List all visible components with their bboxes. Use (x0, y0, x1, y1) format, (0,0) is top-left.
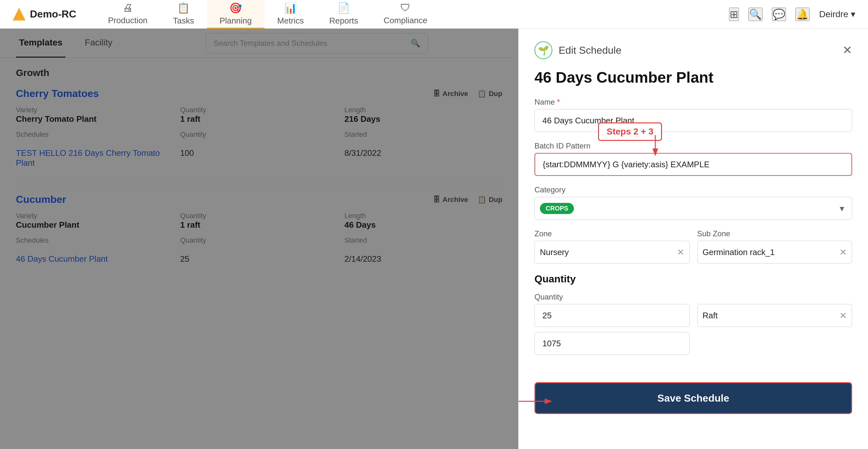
quantity-2-input[interactable] (534, 332, 690, 355)
nav-items: 🖨 Production 📋 Tasks 🎯 Planning 📊 Metric… (95, 0, 729, 29)
panel-plant-icon: 🌱 (534, 41, 552, 59)
zone-value: Nursery (540, 247, 569, 257)
unit-clear-button[interactable]: ✕ (839, 310, 847, 321)
name-label: Name * (534, 98, 852, 107)
sub-zone-value: Germination rack_1 (703, 247, 775, 257)
bell-icon[interactable]: 🔔 (796, 8, 809, 21)
zone-clear-button[interactable]: ✕ (677, 247, 684, 258)
nav-label-reports: Reports (330, 16, 358, 26)
nav-item-planning[interactable]: 🎯 Planning (207, 0, 265, 29)
overlay-dim (0, 29, 518, 449)
panel-title: Edit Schedule (559, 44, 621, 56)
batch-id-input[interactable] (534, 153, 852, 176)
category-label: Category (534, 185, 852, 194)
nav-label-compliance: Compliance (384, 16, 427, 25)
unit-value: Raft (703, 311, 718, 321)
compliance-icon: 🛡 (400, 2, 410, 14)
quantity-row: Raft ✕ (534, 304, 852, 327)
app-name: Demo-RC (30, 8, 76, 20)
category-badge: CROPS (540, 203, 574, 214)
zone-field: Zone Nursery ✕ (534, 229, 690, 264)
name-input[interactable] (534, 109, 852, 132)
main-area: Templates Facility Search Templates and … (0, 29, 868, 449)
batch-id-label: Batch ID Pattern (534, 142, 852, 150)
search-icon[interactable]: 🔍 (748, 8, 763, 21)
user-name: Deirdre (819, 9, 848, 20)
steps-2-3-annotation: Steps 2 + 3 (598, 122, 662, 141)
sub-zone-label: Sub Zone (697, 229, 852, 238)
nav-right: ⊞ 🔍 💬 🔔 Deirdre ▾ (729, 8, 855, 21)
zone-input[interactable]: Nursery ✕ (534, 241, 690, 264)
nav-label-planning: Planning (220, 16, 252, 26)
quantity-row-2 (534, 332, 852, 355)
production-icon: 🖨 (123, 2, 133, 14)
chevron-down-icon: ▾ (840, 203, 844, 214)
grid-icon[interactable]: ⊞ (729, 8, 739, 21)
close-panel-button[interactable]: ✕ (843, 43, 852, 57)
sub-zone-field: Sub Zone Germination rack_1 ✕ (697, 229, 852, 264)
quantity-section-title: Quantity (534, 273, 852, 285)
sub-zone-input[interactable]: Germination rack_1 ✕ (697, 241, 852, 264)
category-select[interactable]: CROPS ▾ (534, 197, 852, 220)
nav-label-tasks: Tasks (173, 16, 194, 26)
name-form-group: Name * (534, 98, 852, 132)
user-menu[interactable]: Deirdre ▾ (819, 9, 855, 20)
nav-item-tasks[interactable]: 📋 Tasks (160, 0, 207, 29)
nav-item-compliance[interactable]: 🛡 Compliance (371, 0, 440, 29)
logo[interactable]: Demo-RC (13, 8, 76, 21)
planning-icon: 🎯 (229, 2, 242, 14)
save-schedule-button[interactable]: Save Schedule (534, 382, 852, 414)
metrics-icon: 📊 (284, 2, 297, 14)
nav-item-metrics[interactable]: 📊 Metrics (265, 0, 317, 29)
tasks-icon: 📋 (177, 2, 190, 14)
quantity-section: Quantity Quantity Raft ✕ (534, 273, 852, 360)
quantity-label: Quantity (534, 293, 852, 301)
nav-label-production: Production (108, 16, 148, 25)
chat-icon[interactable]: 💬 (772, 8, 786, 21)
logo-triangle-icon (13, 8, 25, 21)
panel-header: 🌱 Edit Schedule ✕ (534, 41, 852, 59)
reports-icon: 📄 (337, 2, 350, 14)
zone-label: Zone (534, 229, 690, 238)
quantity-input[interactable] (534, 304, 690, 327)
unit-input[interactable]: Raft ✕ (697, 304, 852, 327)
top-navigation: Demo-RC 🖨 Production 📋 Tasks 🎯 Planning … (0, 0, 868, 29)
right-panel: 🌱 Edit Schedule ✕ 46 Days Cucumber Plant… (518, 29, 868, 449)
sub-zone-clear-button[interactable]: ✕ (839, 247, 847, 258)
batch-id-form-group: Batch ID Pattern Steps 2 + 3 (534, 142, 852, 176)
user-menu-chevron: ▾ (851, 9, 855, 20)
panel-header-left: 🌱 Edit Schedule (534, 41, 621, 59)
zone-row: Zone Nursery ✕ Sub Zone Germination rack… (534, 229, 852, 264)
category-form-group: Category CROPS ▾ (534, 185, 852, 220)
nav-label-metrics: Metrics (277, 16, 304, 26)
left-panel: Templates Facility Search Templates and … (0, 29, 518, 449)
nav-item-reports[interactable]: 📄 Reports (317, 0, 371, 29)
schedule-name-heading: 46 Days Cucumber Plant (534, 69, 852, 86)
nav-item-production[interactable]: 🖨 Production (95, 0, 160, 29)
